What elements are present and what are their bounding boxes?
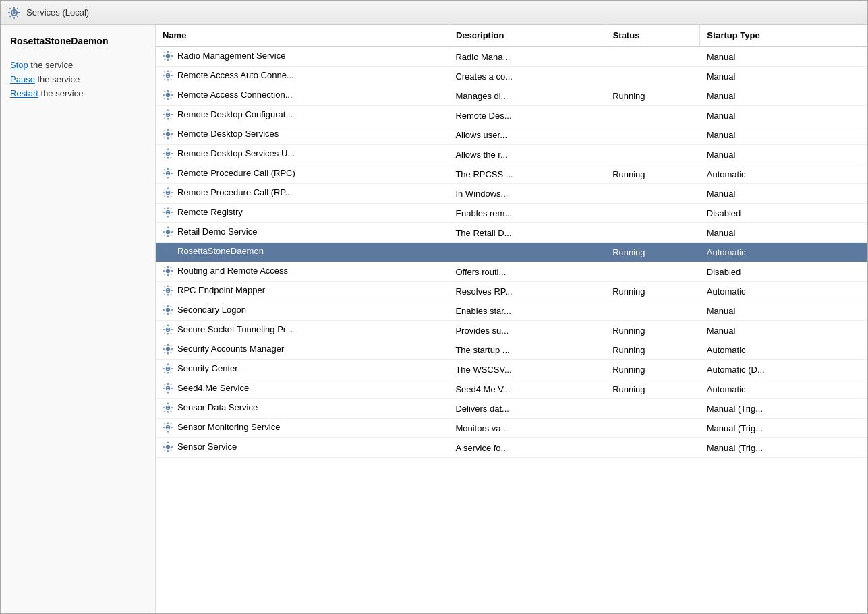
col-header-status[interactable]: Status xyxy=(606,25,700,47)
table-row[interactable]: Sensor ServiceA service fo...Manual (Tri… xyxy=(156,438,867,458)
service-status-cell xyxy=(606,47,700,67)
col-header-name[interactable]: Name xyxy=(156,25,449,47)
service-startup-cell: Manual xyxy=(700,67,867,86)
svg-rect-196 xyxy=(164,404,165,405)
table-row[interactable]: Radio Management ServiceRadio Mana...Man… xyxy=(156,47,867,67)
table-row[interactable]: Sensor Monitoring ServiceMonitors va...M… xyxy=(156,419,867,438)
svg-rect-145 xyxy=(171,309,173,311)
svg-rect-157 xyxy=(170,326,171,327)
table-row[interactable]: Routing and Remote AccessOffers routi...… xyxy=(156,262,867,282)
svg-rect-186 xyxy=(164,384,165,386)
action-line: Stop the service xyxy=(10,60,146,70)
service-status-cell: Running xyxy=(606,282,700,301)
svg-rect-182 xyxy=(167,383,169,386)
table-row[interactable]: RosettaStoneDaemonRunningAutomatic xyxy=(156,243,867,262)
svg-rect-112 xyxy=(167,247,169,249)
table-row[interactable]: Secondary LogonEnables star...Manual xyxy=(156,301,867,321)
service-icon xyxy=(163,266,175,278)
svg-point-181 xyxy=(167,388,169,389)
svg-point-1 xyxy=(13,11,16,14)
svg-point-101 xyxy=(167,231,169,233)
service-name-cell: Remote Desktop Configurat... xyxy=(156,106,449,125)
svg-rect-129 xyxy=(170,274,171,275)
service-icon xyxy=(163,129,175,141)
svg-rect-4 xyxy=(8,12,10,13)
svg-rect-167 xyxy=(170,345,171,346)
svg-rect-203 xyxy=(167,431,169,433)
svg-rect-166 xyxy=(164,345,165,346)
table-row[interactable]: Remote Access Auto Conne...Creates a co.… xyxy=(156,67,867,86)
svg-rect-199 xyxy=(170,410,171,412)
table-row[interactable]: Remote Desktop Configurat...Remote Des..… xyxy=(156,106,867,125)
svg-rect-82 xyxy=(167,188,169,190)
svg-rect-78 xyxy=(164,176,165,177)
col-header-description[interactable]: Description xyxy=(449,25,606,47)
services-list-panel[interactable]: Name Description Status Startup Type Rad… xyxy=(156,25,867,613)
svg-rect-185 xyxy=(171,388,173,389)
table-row[interactable]: Remote RegistryEnables rem...Disabled xyxy=(156,204,867,223)
service-status-cell xyxy=(606,438,700,458)
service-description-cell: Enables rem... xyxy=(449,204,606,223)
action-stop-link[interactable]: Stop xyxy=(10,60,28,70)
service-startup-cell: Manual xyxy=(700,223,867,243)
table-row[interactable]: Retail Demo ServiceThe Retail D...Manual xyxy=(156,223,867,243)
service-name-text: Remote Desktop Configurat... xyxy=(177,109,293,119)
service-name-cell: RosettaStoneDaemon xyxy=(156,243,449,262)
service-name-cell: Radio Management Service xyxy=(156,47,449,67)
svg-rect-106 xyxy=(164,228,165,229)
svg-rect-86 xyxy=(164,189,165,190)
svg-rect-208 xyxy=(164,430,165,431)
table-row[interactable]: Remote Procedure Call (RPC)The RPCSS ...… xyxy=(156,164,867,184)
service-status-cell xyxy=(606,106,700,125)
service-description-cell: Monitors va... xyxy=(449,419,606,438)
svg-rect-109 xyxy=(170,235,171,236)
svg-rect-209 xyxy=(170,430,171,431)
service-status-cell: Running xyxy=(606,164,700,184)
table-row[interactable]: Remote Desktop Services U...Allows the r… xyxy=(156,145,867,164)
service-name-cell: Security Center xyxy=(156,360,449,379)
service-startup-cell: Automatic xyxy=(700,164,867,184)
svg-rect-113 xyxy=(167,255,169,257)
service-startup-cell: Manual xyxy=(700,321,867,340)
service-startup-cell: Manual xyxy=(700,184,867,204)
svg-rect-54 xyxy=(163,133,165,135)
svg-rect-133 xyxy=(167,294,169,296)
service-name-text: Sensor Data Service xyxy=(177,402,258,412)
table-row[interactable]: Sensor Data ServiceDelivers dat...Manual… xyxy=(156,399,867,419)
col-header-startup[interactable]: Startup Type xyxy=(700,25,867,47)
svg-rect-192 xyxy=(167,403,169,405)
svg-point-71 xyxy=(167,173,169,174)
service-name-cell: Remote Desktop Services xyxy=(156,125,449,145)
svg-point-111 xyxy=(167,251,169,252)
svg-point-121 xyxy=(167,270,169,272)
svg-point-31 xyxy=(167,94,169,96)
table-row[interactable]: Remote Procedure Call (RP...In Windows..… xyxy=(156,184,867,204)
svg-point-51 xyxy=(167,133,169,135)
table-row[interactable]: Security Accounts ManagerThe startup ...… xyxy=(156,340,867,360)
svg-rect-83 xyxy=(167,196,169,198)
table-row[interactable]: Remote Access Connection...Manages di...… xyxy=(156,86,867,106)
table-row[interactable]: Remote Desktop ServicesAllows user...Man… xyxy=(156,125,867,145)
svg-rect-57 xyxy=(170,130,171,131)
svg-rect-72 xyxy=(167,168,169,171)
service-name-cell: Remote Registry xyxy=(156,204,449,223)
table-row[interactable]: RPC Endpoint MapperResolves RP...Running… xyxy=(156,282,867,301)
service-startup-cell: Disabled xyxy=(700,204,867,223)
svg-rect-47 xyxy=(170,111,171,112)
svg-rect-215 xyxy=(171,446,173,448)
service-startup-cell: Automatic xyxy=(700,340,867,360)
svg-rect-126 xyxy=(164,267,165,268)
table-row[interactable]: Seed4.Me ServiceSeed4.Me V...RunningAuto… xyxy=(156,379,867,399)
service-status-cell xyxy=(606,67,700,86)
svg-rect-12 xyxy=(167,51,169,53)
table-row[interactable]: Security CenterThe WSCSV...RunningAutoma… xyxy=(156,360,867,379)
svg-rect-63 xyxy=(167,157,169,159)
service-description-cell: Seed4.Me V... xyxy=(449,379,606,399)
table-row[interactable]: Secure Socket Tunneling Pr...Provides su… xyxy=(156,321,867,340)
service-name-text: Secondary Logon xyxy=(177,305,246,315)
action-restart-link[interactable]: Restart xyxy=(10,88,38,98)
svg-rect-5 xyxy=(18,12,20,13)
action-pause-link[interactable]: Pause xyxy=(10,74,35,84)
svg-rect-24 xyxy=(163,75,165,76)
svg-rect-22 xyxy=(167,71,169,73)
